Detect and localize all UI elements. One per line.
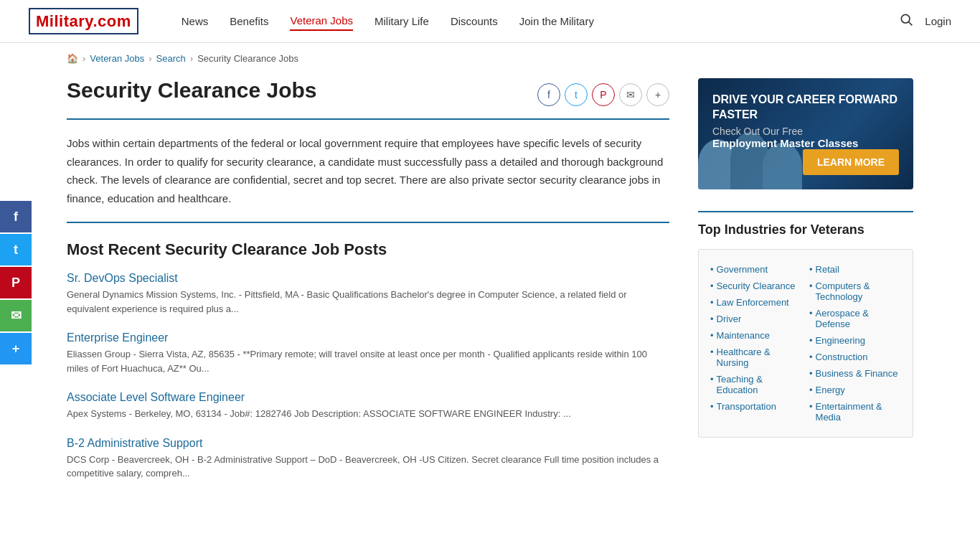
industry-aerospace[interactable]: Aerospace & Defense [809, 305, 901, 332]
job-desc-1: General Dynamics Mission Systems, Inc. -… [67, 288, 669, 316]
site-logo[interactable]: Military.com [29, 12, 138, 31]
breadcrumb-sep-3: › [190, 53, 193, 64]
share-pinterest-icon[interactable]: P [592, 83, 615, 106]
site-header: Military.com News Benefits Veteran Jobs … [0, 0, 980, 43]
breadcrumb-home[interactable]: 🏠 [67, 53, 78, 64]
logo-military: Military [36, 12, 93, 30]
jobs-list: Sr. DevOps Specialist General Dynamics M… [67, 272, 669, 481]
industry-engineering[interactable]: Engineering [809, 332, 901, 349]
logo-dot-com: .com [93, 12, 131, 30]
job-item-3: Associate Level Software Engineer Apex S… [67, 391, 669, 421]
breadcrumb-sep-2: › [149, 53, 151, 64]
social-sidebar: f t P ✉ + [0, 201, 32, 366]
share-more-icon[interactable]: + [646, 83, 669, 106]
ad-banner: DRIVE YOUR CAREER FORWARD FASTER Check O… [698, 78, 913, 189]
main-nav: News Benefits Veteran Jobs Military Life… [182, 11, 900, 31]
share-twitter-icon[interactable]: t [565, 83, 588, 106]
job-desc-2: Eliassen Group - Sierra Vista, AZ, 85635… [67, 347, 669, 375]
industry-law-enforcement[interactable]: Law Enforcement [710, 294, 802, 311]
jobs-section-title: Most Recent Security Clearance Job Posts [67, 240, 669, 259]
breadcrumb-current: Security Clearance Jobs [197, 53, 298, 64]
share-email-icon[interactable]: ✉ [619, 83, 642, 106]
industry-business-finance[interactable]: Business & Finance [809, 365, 901, 382]
industry-computers[interactable]: Computers & Technology [809, 278, 901, 305]
nav-join-military[interactable]: Join the Military [519, 12, 594, 30]
industry-right-col: Retail Computers & Technology Aerospace … [809, 261, 901, 425]
job-item-2: Enterprise Engineer Eliassen Group - Sie… [67, 331, 669, 375]
login-button[interactable]: Login [925, 15, 951, 27]
title-divider [67, 118, 669, 120]
industry-energy[interactable]: Energy [809, 382, 901, 398]
pinterest-share-button[interactable]: P [0, 267, 32, 298]
job-desc-4: DCS Corp - Beavercreek, OH - B-2 Adminis… [67, 453, 669, 481]
page-description: Jobs within certain departments of the f… [67, 134, 669, 207]
job-link-4[interactable]: B-2 Administrative Support [67, 437, 669, 450]
nav-veteran-jobs[interactable]: Veteran Jobs [290, 11, 353, 31]
industry-security-clearance[interactable]: Security Clearance [710, 278, 802, 294]
learn-more-button[interactable]: LEARN MORE [803, 149, 899, 175]
job-link-3[interactable]: Associate Level Software Engineer [67, 391, 669, 404]
email-share-button[interactable]: ✉ [0, 300, 32, 331]
job-item-4: B-2 Administrative Support DCS Corp - Be… [67, 437, 669, 481]
facebook-share-button[interactable]: f [0, 201, 32, 232]
ad-bottom-row: LEARN MORE [712, 149, 899, 175]
industries-box: Government Security Clearance Law Enforc… [698, 249, 913, 438]
header-right: Login [899, 12, 951, 30]
nav-military-life[interactable]: Military Life [374, 12, 429, 30]
job-link-2[interactable]: Enterprise Engineer [67, 331, 669, 344]
more-share-button[interactable]: + [0, 333, 32, 364]
industries-divider [698, 211, 913, 212]
share-icons: f t P ✉ + [537, 83, 669, 106]
nav-benefits[interactable]: Benefits [230, 12, 268, 30]
industry-transportation[interactable]: Transportation [710, 398, 802, 415]
main-content: 🏠 › Veteran Jobs › Search › Security Cle… [24, 43, 956, 525]
industries-columns: Government Security Clearance Law Enforc… [710, 261, 901, 425]
breadcrumb: 🏠 › Veteran Jobs › Search › Security Cle… [67, 43, 913, 71]
breadcrumb-search[interactable]: Search [156, 53, 186, 64]
ad-headline: DRIVE YOUR CAREER FORWARD FASTER [712, 93, 899, 123]
breadcrumb-veteran-jobs[interactable]: Veteran Jobs [90, 53, 144, 64]
industry-driver[interactable]: Driver [710, 311, 802, 327]
twitter-share-button[interactable]: t [0, 234, 32, 265]
share-facebook-icon[interactable]: f [537, 83, 560, 106]
left-column: Security Clearance Jobs f t P ✉ + Jobs w… [67, 78, 669, 496]
job-link-1[interactable]: Sr. DevOps Specialist [67, 272, 669, 285]
nav-discounts[interactable]: Discounts [451, 12, 498, 30]
svg-point-0 [902, 14, 910, 23]
ad-subtext: Check Out Our Free Employment Master Cla… [712, 126, 899, 149]
breadcrumb-sep-1: › [83, 53, 85, 64]
industries-section-title: Top Industries for Veterans [698, 222, 913, 237]
title-share-row: Security Clearance Jobs f t P ✉ + [67, 78, 669, 111]
job-item-1: Sr. DevOps Specialist General Dynamics M… [67, 272, 669, 316]
svg-line-1 [909, 22, 913, 26]
logo-text: Military.com [29, 8, 138, 34]
industry-retail[interactable]: Retail [809, 261, 901, 278]
page-title: Security Clearance Jobs [67, 78, 317, 103]
search-button[interactable] [899, 12, 913, 30]
industry-entertainment[interactable]: Entertainment & Media [809, 398, 901, 425]
industry-healthcare[interactable]: Healthcare & Nursing [710, 344, 802, 371]
nav-news[interactable]: News [182, 12, 209, 30]
industry-government[interactable]: Government [710, 261, 802, 278]
industry-teaching[interactable]: Teaching & Education [710, 371, 802, 398]
section-divider [67, 222, 669, 223]
content-area: Security Clearance Jobs f t P ✉ + Jobs w… [67, 78, 913, 496]
industry-left-col: Government Security Clearance Law Enforc… [710, 261, 802, 425]
industry-construction[interactable]: Construction [809, 349, 901, 365]
job-desc-3: Apex Systems - Berkeley, MO, 63134 - Job… [67, 407, 669, 421]
right-column: DRIVE YOUR CAREER FORWARD FASTER Check O… [698, 78, 913, 496]
industry-maintenance[interactable]: Maintenance [710, 327, 802, 344]
